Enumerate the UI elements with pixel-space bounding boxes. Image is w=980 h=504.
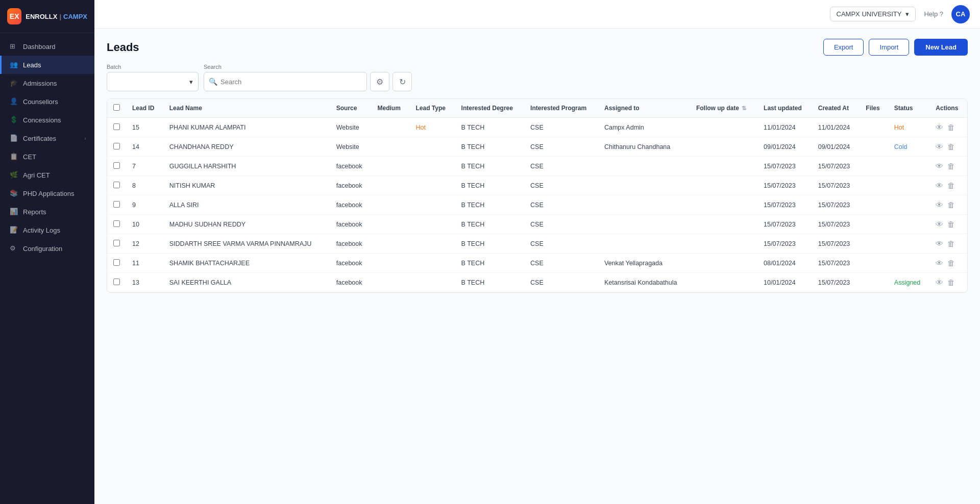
action-buttons: 👁 🗑 (936, 200, 961, 209)
delete-icon[interactable]: 🗑 (947, 142, 955, 151)
cell-lead-id: 8 (126, 176, 163, 195)
cell-lead-type (409, 157, 455, 176)
sidebar-item-activity-logs[interactable]: 📝 Activity Logs (0, 221, 94, 239)
sidebar-label-counsellors: Counsellors (23, 98, 58, 106)
sidebar-item-leads[interactable]: 👥 Leads (0, 56, 94, 74)
phd-icon: 📚 (10, 189, 18, 197)
cell-status (888, 176, 930, 195)
select-all-checkbox[interactable] (113, 104, 120, 111)
search-input[interactable] (204, 72, 367, 91)
row-checkbox[interactable] (113, 123, 120, 130)
nav-menu: ⊞ Dashboard 👥 Leads 🎓 Admissions 👤 Couns… (0, 33, 94, 504)
delete-icon[interactable]: 🗑 (947, 123, 955, 132)
sidebar-item-cet[interactable]: 📋 CET (0, 147, 94, 166)
row-checkbox[interactable] (113, 240, 120, 246)
sidebar-item-configuration[interactable]: ⚙ Configuration (0, 239, 94, 258)
delete-icon[interactable]: 🗑 (947, 278, 955, 287)
view-icon[interactable]: 👁 (936, 239, 943, 248)
sidebar-item-agri-cet[interactable]: 🌿 Agri CET (0, 166, 94, 184)
new-lead-button[interactable]: New Lead (914, 39, 968, 56)
help-link[interactable]: Help ? (924, 10, 943, 18)
configuration-icon: ⚙ (10, 244, 18, 253)
cell-source: facebook (330, 273, 372, 292)
sidebar-label-leads: Leads (23, 61, 41, 69)
reports-icon: 📊 (10, 208, 18, 216)
action-buttons: 👁 🗑 (936, 239, 961, 248)
delete-icon[interactable]: 🗑 (947, 181, 955, 190)
table-header-row: Lead ID Lead Name Source Medium Lead Typ… (107, 99, 967, 118)
sidebar-item-phd-applications[interactable]: 📚 PHD Applications (0, 184, 94, 203)
cell-lead-name: NITISH KUMAR (163, 176, 330, 195)
cell-lead-name: SAI KEERTHI GALLA (163, 273, 330, 292)
row-checkbox-cell (107, 176, 126, 195)
row-checkbox[interactable] (113, 162, 120, 169)
certificates-chevron: › (84, 135, 86, 141)
cell-created-at: 15/07/2023 (812, 157, 860, 176)
cell-lead-type (409, 273, 455, 292)
cell-source: facebook (330, 254, 372, 273)
cell-assigned-to (598, 234, 690, 254)
sidebar-item-certificates[interactable]: 📄 Certificates › (0, 129, 94, 147)
cell-last-updated: 15/07/2023 (757, 157, 812, 176)
col-interested-degree: Interested Degree (455, 99, 525, 118)
col-files: Files (860, 99, 888, 118)
row-checkbox[interactable] (113, 182, 120, 188)
sidebar-label-activity-logs: Activity Logs (23, 226, 60, 234)
view-icon[interactable]: 👁 (936, 259, 943, 267)
delete-icon[interactable]: 🗑 (947, 239, 955, 248)
row-checkbox[interactable] (113, 259, 120, 266)
view-icon[interactable]: 👁 (936, 200, 943, 209)
col-follow-up-date[interactable]: Follow up date ⇅ (690, 99, 757, 118)
sidebar-item-counsellors[interactable]: 👤 Counsellors (0, 92, 94, 111)
sort-button[interactable]: ↻ (393, 72, 412, 91)
cell-degree: B TECH (455, 254, 525, 273)
cell-files (860, 157, 888, 176)
row-checkbox[interactable] (113, 201, 120, 208)
view-icon[interactable]: 👁 (936, 220, 943, 229)
view-icon[interactable]: 👁 (936, 181, 943, 190)
delete-icon[interactable]: 🗑 (947, 259, 955, 267)
filters-row: Batch ▾ Search 🔍 ⚙ ↻ (107, 64, 968, 91)
cell-status (888, 195, 930, 215)
action-buttons: 👁 🗑 (936, 123, 961, 132)
batch-select[interactable]: ▾ (107, 72, 199, 91)
cell-files (860, 195, 888, 215)
cell-source: facebook (330, 157, 372, 176)
delete-icon[interactable]: 🗑 (947, 200, 955, 209)
action-buttons: 👁 🗑 (936, 142, 961, 151)
delete-icon[interactable]: 🗑 (947, 162, 955, 170)
delete-icon[interactable]: 🗑 (947, 220, 955, 229)
action-buttons: 👁 🗑 (936, 220, 961, 229)
row-checkbox[interactable] (113, 279, 120, 285)
cell-status: Assigned (888, 273, 930, 292)
row-checkbox[interactable] (113, 220, 120, 227)
sidebar-item-admissions[interactable]: 🎓 Admissions (0, 74, 94, 92)
export-button[interactable]: Export (823, 39, 864, 56)
view-icon[interactable]: 👁 (936, 123, 943, 132)
cell-last-updated: 08/01/2024 (757, 254, 812, 273)
row-checkbox[interactable] (113, 143, 120, 149)
university-selector[interactable]: CAMPX UNIVERSITY ▾ (830, 7, 916, 21)
cell-last-updated: 15/07/2023 (757, 234, 812, 254)
view-icon[interactable]: 👁 (936, 278, 943, 287)
row-checkbox-cell (107, 137, 126, 157)
action-buttons: 👁 🗑 (936, 259, 961, 267)
cell-medium (372, 176, 410, 195)
cell-created-at: 15/07/2023 (812, 273, 860, 292)
cell-lead-type (409, 137, 455, 157)
cell-assigned-to (598, 157, 690, 176)
cell-program: CSE (524, 137, 598, 157)
action-buttons: 👁 🗑 (936, 278, 961, 287)
filter-button[interactable]: ⚙ (370, 72, 389, 91)
sidebar-item-dashboard[interactable]: ⊞ Dashboard (0, 37, 94, 56)
view-icon[interactable]: 👁 (936, 162, 943, 170)
sidebar-item-reports[interactable]: 📊 Reports (0, 203, 94, 221)
view-icon[interactable]: 👁 (936, 142, 943, 151)
cell-assigned-to: Chithanuru Chandhana (598, 137, 690, 157)
sidebar-label-reports: Reports (23, 208, 46, 216)
search-container: 🔍 (204, 72, 367, 91)
import-button[interactable]: Import (869, 39, 909, 56)
avatar[interactable]: CA (951, 5, 970, 23)
sidebar-item-concessions[interactable]: 💲 Concessions (0, 111, 94, 129)
admissions-icon: 🎓 (10, 79, 18, 87)
